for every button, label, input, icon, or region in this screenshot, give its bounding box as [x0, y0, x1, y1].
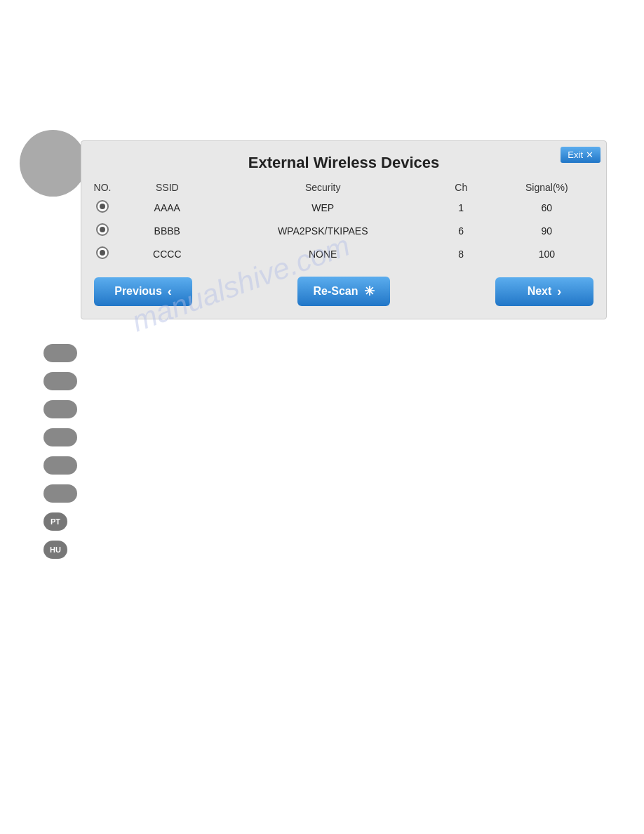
- exit-button[interactable]: Exit ✕: [561, 147, 601, 163]
- channel-cell: 8: [435, 242, 488, 265]
- col-header-no: NO.: [81, 179, 123, 196]
- signal-cell: 90: [488, 219, 606, 242]
- sidebar-item-3: [43, 400, 77, 418]
- col-header-ch: Ch: [435, 179, 488, 196]
- table-row: CCCCNONE8100: [81, 242, 606, 265]
- decorative-circle: [20, 130, 86, 197]
- ssid-cell: CCCC: [123, 242, 211, 265]
- col-header-signal: Signal(%): [488, 179, 606, 196]
- radio-button[interactable]: [96, 200, 109, 213]
- ssid-cell: BBBB: [123, 219, 211, 242]
- radio-cell[interactable]: [81, 242, 123, 265]
- radio-cell[interactable]: [81, 196, 123, 219]
- channel-cell: 1: [435, 196, 488, 219]
- sidebar-badge-pt: PT: [43, 512, 67, 531]
- button-row: Previous ‹ Re-Scan ✳ Next ›: [81, 277, 606, 319]
- signal-cell: 100: [488, 242, 606, 265]
- rescan-icon: ✳: [364, 284, 375, 299]
- rescan-button[interactable]: Re-Scan ✳: [297, 277, 389, 306]
- next-button[interactable]: Next ›: [495, 277, 593, 306]
- external-wireless-dialog: Exit ✕ External Wireless Devices NO. SSI…: [81, 140, 607, 319]
- table-row: AAAAWEP160: [81, 196, 606, 219]
- dialog-title: External Wireless Devices: [81, 141, 606, 179]
- sidebar-items: PT HU: [43, 344, 77, 559]
- ssid-cell: AAAA: [123, 196, 211, 219]
- radio-button[interactable]: [96, 223, 109, 236]
- sidebar-item-2: [43, 372, 77, 390]
- radio-cell[interactable]: [81, 219, 123, 242]
- sidebar-item-5: [43, 456, 77, 475]
- next-label: Next: [528, 285, 552, 298]
- previous-button[interactable]: Previous ‹: [94, 277, 192, 306]
- sidebar-item-4: [43, 428, 77, 446]
- device-table: NO. SSID Security Ch Signal(%) AAAAWEP16…: [81, 179, 606, 265]
- channel-cell: 6: [435, 219, 488, 242]
- security-cell: WPA2PSK/TKIPAES: [211, 219, 435, 242]
- rescan-label: Re-Scan: [313, 285, 358, 298]
- col-header-ssid: SSID: [123, 179, 211, 196]
- security-cell: NONE: [211, 242, 435, 265]
- col-header-security: Security: [211, 179, 435, 196]
- security-cell: WEP: [211, 196, 435, 219]
- table-row: BBBBWPA2PSK/TKIPAES690: [81, 219, 606, 242]
- close-icon: ✕: [586, 150, 593, 160]
- table-header-row: NO. SSID Security Ch Signal(%): [81, 179, 606, 196]
- left-arrow-icon: ‹: [168, 284, 172, 299]
- radio-button[interactable]: [96, 246, 109, 259]
- sidebar-item-1: [43, 344, 77, 362]
- sidebar-badge-hu: HU: [43, 541, 67, 559]
- signal-cell: 60: [488, 196, 606, 219]
- previous-label: Previous: [114, 285, 162, 298]
- sidebar-item-6: [43, 484, 77, 503]
- right-arrow-icon: ›: [557, 284, 561, 299]
